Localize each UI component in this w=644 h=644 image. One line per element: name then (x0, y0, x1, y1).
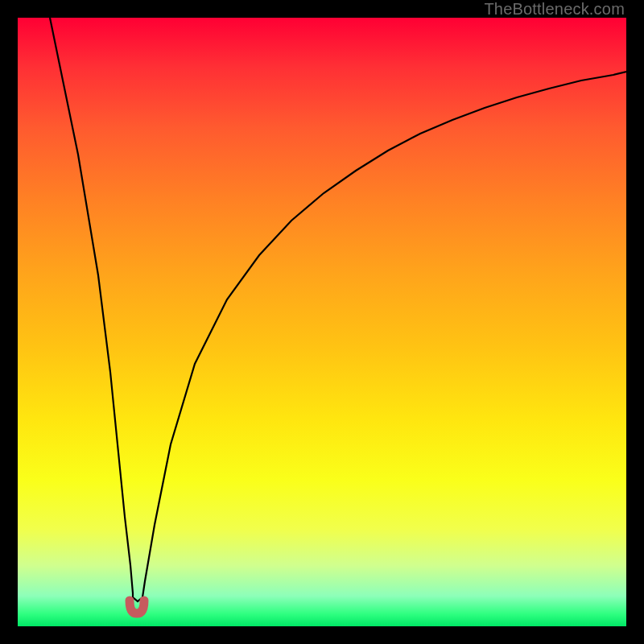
bottleneck-curve (18, 18, 626, 626)
curve-path (50, 18, 626, 601)
watermark-label: TheBottleneck.com (484, 0, 625, 19)
marker-minimum (130, 601, 144, 613)
plot-area (18, 18, 626, 626)
chart-frame: TheBottleneck.com (0, 0, 644, 644)
